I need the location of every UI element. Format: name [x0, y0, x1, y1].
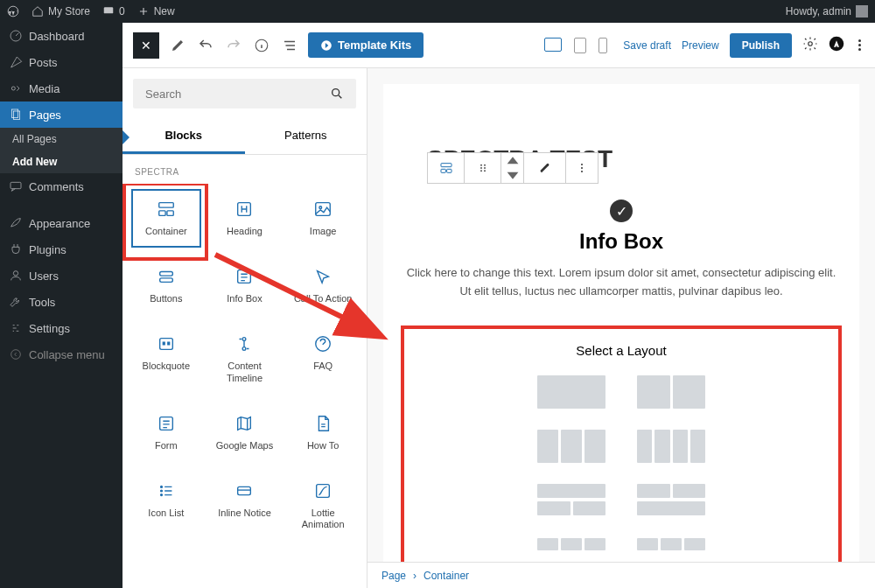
layout-option-1col[interactable] [537, 375, 606, 409]
block-call-to-action[interactable]: Call To Action [286, 255, 360, 317]
svg-point-41 [484, 170, 486, 172]
site-home[interactable]: My Store [32, 5, 90, 18]
svg-point-37 [484, 164, 486, 166]
svg-point-8 [11, 350, 21, 360]
comments-count[interactable]: 0 [102, 5, 125, 18]
sidebar-item-comments[interactable]: Comments [0, 173, 122, 200]
svg-point-24 [243, 338, 247, 341]
layout-option-2-1[interactable] [637, 484, 705, 517]
svg-rect-32 [317, 485, 330, 498]
sidebar-item-collapse[interactable]: Collapse menu [0, 341, 122, 368]
undo-icon[interactable] [196, 36, 215, 55]
block-lottie-animation[interactable]: Lottie Animation [286, 469, 360, 542]
block-info-box[interactable]: Info Box [208, 255, 282, 317]
preview-link[interactable]: Preview [682, 39, 719, 52]
svg-rect-21 [159, 278, 172, 283]
sidebar-item-posts[interactable]: Posts [0, 49, 122, 75]
wp-logo[interactable] [7, 5, 19, 18]
block-image[interactable]: Image [286, 187, 360, 249]
editor-topbar: ✕ Template Kits Save draft Preview Publi… [122, 23, 875, 68]
block-how-to[interactable]: How To [286, 402, 360, 464]
info-box-block[interactable]: ✓ Info Box Click here to change this tex… [401, 200, 842, 301]
sidebar-sub-all-pages[interactable]: All Pages [0, 128, 122, 150]
svg-rect-20 [159, 272, 172, 276]
layout-option-1-3[interactable] [537, 538, 606, 550]
block-more-icon[interactable] [566, 153, 598, 183]
block-google-maps[interactable]: Google Maps [208, 402, 282, 464]
list-view-icon[interactable] [280, 36, 299, 55]
move-updown-icon[interactable] [501, 153, 524, 183]
info-box-text[interactable]: Click here to change this text. Lorem ip… [401, 264, 842, 301]
tab-blocks[interactable]: Blocks [122, 119, 245, 154]
crumb-page[interactable]: Page [382, 570, 406, 582]
layout-option-1-2[interactable] [537, 484, 606, 517]
publish-button[interactable]: Publish [730, 33, 792, 58]
sidebar-item-dashboard[interactable]: Dashboard [0, 23, 122, 49]
svg-rect-35 [446, 169, 451, 172]
svg-point-38 [480, 167, 482, 169]
info-icon[interactable] [252, 36, 271, 55]
howdy-user[interactable]: Howdy, admin [786, 5, 868, 18]
block-container[interactable]: Container [130, 187, 203, 249]
sidebar-item-users[interactable]: Users [0, 262, 122, 289]
svg-point-29 [160, 490, 162, 492]
layout-option-2col[interactable] [637, 375, 705, 409]
sidebar-item-plugins[interactable]: Plugins [0, 236, 122, 262]
svg-rect-16 [167, 211, 173, 216]
svg-rect-1 [104, 7, 114, 13]
more-menu-icon[interactable] [855, 36, 864, 54]
svg-point-30 [160, 494, 162, 496]
block-search[interactable] [133, 79, 356, 108]
tab-patterns[interactable]: Patterns [245, 119, 368, 154]
new-content[interactable]: New [137, 5, 175, 18]
drag-handle-icon[interactable] [465, 153, 501, 183]
svg-rect-33 [441, 164, 452, 167]
block-content-timeline[interactable]: Content Timeline [208, 322, 282, 396]
crumb-container[interactable]: Container [424, 570, 469, 582]
sidebar-item-settings[interactable]: Settings [0, 315, 122, 341]
svg-rect-34 [441, 169, 445, 172]
block-faq[interactable]: FAQ [286, 322, 360, 396]
sidebar-sub-add-new[interactable]: Add New [0, 150, 122, 173]
sidebar-item-pages[interactable]: Pages [0, 102, 122, 128]
search-icon [330, 87, 344, 101]
template-kits-button[interactable]: Template Kits [308, 32, 424, 58]
svg-point-44 [581, 171, 583, 172]
edit-block-icon[interactable] [524, 153, 566, 183]
sidebar-item-appearance[interactable]: Appearance [0, 210, 122, 236]
layout-option-3col[interactable] [537, 430, 606, 463]
block-inserter-panel: Blocks Patterns SPECTRA Container Headin… [122, 68, 368, 588]
svg-rect-4 [11, 109, 18, 117]
svg-rect-5 [13, 111, 19, 119]
desktop-view-icon[interactable] [544, 38, 562, 52]
save-draft-link[interactable]: Save draft [623, 39, 671, 52]
sidebar-item-tools[interactable]: Tools [0, 289, 122, 315]
sidebar-item-media[interactable]: Media [0, 75, 122, 102]
astra-icon[interactable] [829, 36, 844, 54]
svg-rect-31 [238, 486, 251, 494]
layout-panel-title: Select a Layout [418, 343, 824, 358]
svg-point-42 [581, 164, 583, 165]
svg-point-19 [319, 206, 322, 209]
settings-gear-icon[interactable] [802, 36, 818, 54]
block-form[interactable]: Form [130, 402, 203, 464]
redo-icon[interactable] [224, 36, 243, 55]
editor-canvas: SPECTRA TEST ✓ Info Box Click here to ch… [368, 68, 875, 588]
block-type-icon[interactable] [428, 153, 465, 183]
info-box-title[interactable]: Info Box [401, 229, 842, 254]
block-buttons[interactable]: Buttons [130, 255, 203, 317]
close-inserter-button[interactable]: ✕ [133, 32, 159, 59]
site-name: My Store [48, 5, 90, 18]
mobile-view-icon[interactable] [598, 38, 607, 53]
block-icon-list[interactable]: Icon List [130, 469, 203, 542]
svg-rect-15 [159, 211, 165, 216]
tablet-view-icon[interactable] [574, 38, 586, 53]
block-heading[interactable]: Heading [208, 187, 282, 249]
block-blockquote[interactable]: Blockquote [130, 322, 203, 396]
search-input[interactable] [145, 88, 330, 101]
layout-option-4col[interactable] [637, 430, 705, 463]
svg-point-39 [484, 167, 486, 169]
edit-tool-icon[interactable] [168, 36, 187, 55]
block-inline-notice[interactable]: Inline Notice [208, 469, 282, 542]
layout-option-3-1[interactable] [637, 538, 705, 550]
